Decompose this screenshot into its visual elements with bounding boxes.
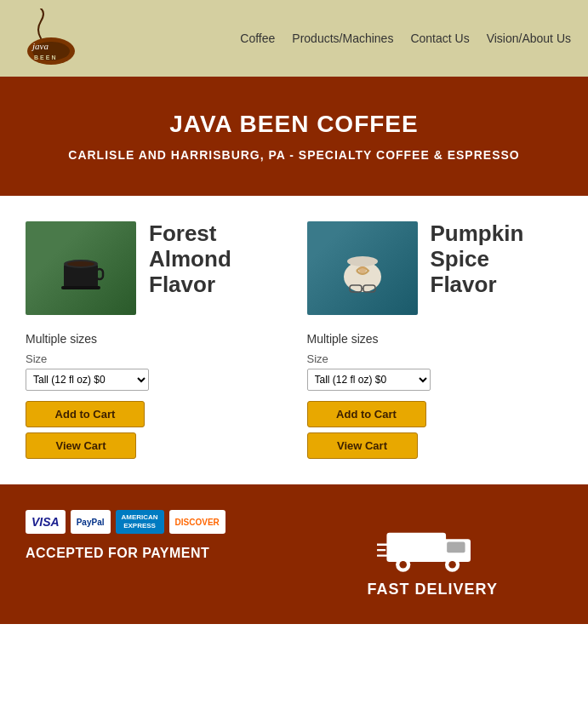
logo-icon: java BEEN [17,9,85,68]
footer-right: FAST DELIVERY [303,510,563,598]
nav-vision[interactable]: Vision/About Us [487,31,571,45]
products-section: ForestAlmondFlavor Multiple sizes Size T… [0,196,588,484]
product-image-pumpkin [307,221,418,315]
product-top-pumpkin: PumpkinSpiceFlavor [307,221,563,324]
product-desc-forest: Multiple sizes [26,332,282,346]
svg-rect-8 [61,286,100,289]
footer: VISA PayPal AMERICANEXPRESS DISCOVER ACC… [0,484,588,624]
payment-cards: VISA PayPal AMERICANEXPRESS DISCOVER [26,510,286,534]
header: java BEEN Coffee Products/Machines Conta… [0,0,588,77]
product-image-forest [26,221,136,315]
accepted-label: ACCEPTED FOR PAYMENT [26,546,286,561]
size-select-forest[interactable]: Tall (12 fl oz) $0 Grande (16 fl oz) Ven… [26,369,149,391]
product-info-forest: ForestAlmondFlavor [149,221,231,298]
hero-banner: JAVA BEEN COFFEE CARLISLE AND HARRISBURG… [0,77,588,196]
size-label-pumpkin: Size [307,352,563,365]
svg-point-21 [449,561,457,569]
svg-rect-17 [447,542,465,553]
logo: java BEEN [17,9,128,68]
coffee-cup-forest-icon [51,238,111,298]
footer-left: VISA PayPal AMERICANEXPRESS DISCOVER ACC… [26,510,286,561]
size-select-pumpkin[interactable]: Tall (12 fl oz) $0 Grande (16 fl oz) Ven… [307,369,431,391]
svg-point-6 [67,261,94,266]
product-info-pumpkin: PumpkinSpiceFlavor [431,221,524,298]
add-to-cart-forest[interactable]: Add to Cart [26,401,145,427]
svg-rect-7 [96,269,103,279]
delivery-truck-icon [377,510,488,574]
amex-badge: AMERICANEXPRESS [116,510,164,534]
paypal-badge: PayPal [71,510,111,534]
product-card-forest: ForestAlmondFlavor Multiple sizes Size T… [26,221,282,459]
svg-point-19 [400,561,408,569]
svg-rect-15 [387,533,447,562]
view-cart-pumpkin[interactable]: View Cart [307,432,418,459]
hero-subtitle: CARLISLE AND HARRISBURG, PA - SPECIALTY … [17,148,571,162]
nav: Coffee Products/Machines Contact Us Visi… [240,31,571,45]
view-cart-forest[interactable]: View Cart [26,432,136,459]
discover-badge: DISCOVER [169,510,225,534]
product-top-forest: ForestAlmondFlavor [26,221,282,324]
product-name-forest: ForestAlmondFlavor [149,221,231,298]
hero-title: JAVA BEEN COFFEE [17,111,571,138]
svg-text:java: java [31,41,49,51]
product-desc-pumpkin: Multiple sizes [307,332,563,346]
svg-point-10 [347,256,378,266]
product-name-pumpkin: PumpkinSpiceFlavor [431,221,524,298]
product-card-pumpkin: PumpkinSpiceFlavor Multiple sizes Size T… [307,221,563,459]
svg-point-11 [359,266,366,273]
delivery-label: FAST DELIVERY [368,581,498,598]
svg-text:BEEN: BEEN [34,54,57,60]
visa-badge: VISA [26,510,66,534]
size-label-forest: Size [26,352,282,365]
nav-products[interactable]: Products/Machines [292,31,393,45]
nav-coffee[interactable]: Coffee [240,31,275,45]
nav-contact[interactable]: Contact Us [410,31,469,45]
add-to-cart-pumpkin[interactable]: Add to Cart [307,401,426,427]
coffee-cup-pumpkin-icon [333,238,392,298]
